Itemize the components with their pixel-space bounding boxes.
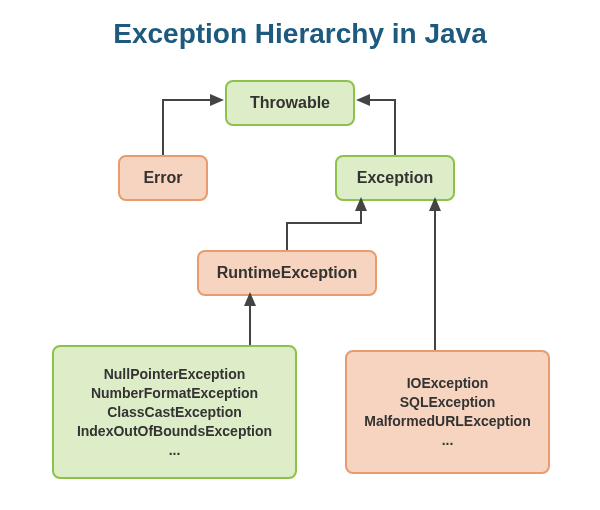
node-error: Error [118,155,208,201]
diagram-title: Exception Hierarchy in Java [0,18,600,50]
node-runtime-subclasses: NullPointerExceptionNumberFormatExceptio… [52,345,297,479]
node-throwable: Throwable [225,80,355,126]
node-exception: Exception [335,155,455,201]
node-runtime-exception: RuntimeException [197,250,377,296]
node-checked-subclasses: IOExceptionSQLExceptionMalformedURLExcep… [345,350,550,474]
